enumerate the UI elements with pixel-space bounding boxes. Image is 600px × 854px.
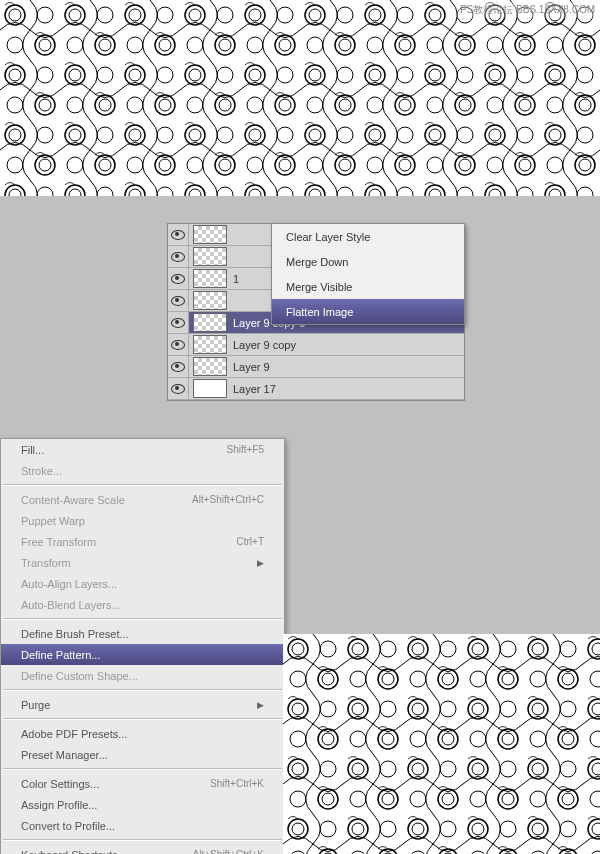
menu-separator — [3, 484, 282, 486]
menu-shortcut-label: Ctrl+T — [237, 536, 265, 547]
eye-icon — [171, 296, 185, 306]
menu-shortcut-label: Alt+Shift+Ctrl+C — [192, 494, 264, 505]
submenu-arrow-icon: ▶ — [257, 558, 264, 568]
menu-item-label: Free Transform — [21, 536, 237, 548]
edit-menu-item[interactable]: Convert to Profile... — [1, 815, 284, 836]
layer-name-label[interactable]: Layer 9 — [231, 361, 464, 373]
edit-menu-item: Puppet Warp — [1, 510, 284, 531]
pattern-preview-bottom — [283, 634, 600, 854]
menu-item-label: Auto-Blend Layers... — [21, 599, 264, 611]
menu-separator — [3, 768, 282, 770]
eye-icon — [171, 230, 185, 240]
menu-item-label: Define Custom Shape... — [21, 670, 264, 682]
menu-item-label: Auto-Align Layers... — [21, 578, 264, 590]
layer-thumbnail[interactable] — [193, 269, 227, 288]
layer-thumbnail[interactable] — [193, 379, 227, 398]
layer-row[interactable]: Layer 9 copy — [168, 334, 464, 356]
eye-icon — [171, 362, 185, 372]
visibility-toggle[interactable] — [168, 290, 189, 311]
edit-menu-item[interactable]: Color Settings...Shift+Ctrl+K — [1, 773, 284, 794]
menu-shortcut-label: Alt+Shift+Ctrl+K — [193, 849, 264, 854]
eye-icon — [171, 340, 185, 350]
layer-name-label[interactable]: Layer 9 copy — [231, 339, 464, 351]
visibility-toggle[interactable] — [168, 356, 189, 377]
context-menu-item[interactable]: Clear Layer Style — [272, 224, 464, 249]
submenu-arrow-icon: ▶ — [257, 700, 264, 710]
edit-menu-item: Define Custom Shape... — [1, 665, 284, 686]
menu-item-label: Adobe PDF Presets... — [21, 728, 264, 740]
menu-item-label: Content-Aware Scale — [21, 494, 192, 506]
layer-row[interactable]: Layer 17 — [168, 378, 464, 400]
context-menu-item[interactable]: Merge Down — [272, 249, 464, 274]
menu-shortcut-label: Shift+F5 — [226, 444, 264, 455]
menu-shortcut-label: Shift+Ctrl+K — [210, 778, 264, 789]
edit-menu-item: Auto-Align Layers... — [1, 573, 284, 594]
eye-icon — [171, 252, 185, 262]
visibility-toggle[interactable] — [168, 334, 189, 355]
menu-separator — [3, 839, 282, 841]
context-menu-item[interactable]: Merge Visible — [272, 274, 464, 299]
edit-menu-item[interactable]: Assign Profile... — [1, 794, 284, 815]
layer-thumbnail[interactable] — [193, 247, 227, 266]
menu-item-label: Preset Manager... — [21, 749, 264, 761]
menu-separator — [3, 618, 282, 620]
layer-thumbnail[interactable] — [193, 225, 227, 244]
visibility-toggle[interactable] — [168, 224, 189, 245]
watermark-text: PS教程论坛 BBS.16XX8.COM — [457, 2, 598, 18]
layer-thumbnail[interactable] — [193, 335, 227, 354]
eye-icon — [171, 274, 185, 284]
edit-menu-item[interactable]: Purge▶ — [1, 694, 284, 715]
menu-item-label: Stroke... — [21, 465, 264, 477]
edit-menu-item[interactable]: Keyboard Shortcuts...Alt+Shift+Ctrl+K — [1, 844, 284, 854]
visibility-toggle[interactable] — [168, 246, 189, 267]
menu-item-label: Fill... — [21, 444, 226, 456]
edit-menu: Fill...Shift+F5Stroke...Content-Aware Sc… — [0, 438, 285, 854]
visibility-toggle[interactable] — [168, 312, 189, 333]
svg-rect-8 — [283, 634, 600, 854]
menu-item-label: Transform — [21, 557, 257, 569]
pattern-preview-top — [0, 0, 600, 196]
menu-separator — [3, 689, 282, 691]
context-menu-item[interactable]: Flatten Image — [272, 299, 464, 324]
menu-item-label: Assign Profile... — [21, 799, 264, 811]
edit-menu-item: Stroke... — [1, 460, 284, 481]
layer-thumbnail[interactable] — [193, 291, 227, 310]
eye-icon — [171, 384, 185, 394]
layer-thumbnail[interactable] — [193, 357, 227, 376]
menu-item-label: Define Brush Preset... — [21, 628, 264, 640]
menu-item-label: Define Pattern... — [21, 649, 264, 661]
menu-item-label: Color Settings... — [21, 778, 210, 790]
edit-menu-item: Auto-Blend Layers... — [1, 594, 284, 615]
edit-menu-item: Content-Aware ScaleAlt+Shift+Ctrl+C — [1, 489, 284, 510]
menu-item-label: Puppet Warp — [21, 515, 264, 527]
edit-menu-item: Free TransformCtrl+T — [1, 531, 284, 552]
svg-rect-7 — [0, 0, 600, 196]
menu-item-label: Purge — [21, 699, 257, 711]
edit-menu-item[interactable]: Define Brush Preset... — [1, 623, 284, 644]
menu-item-label: Keyboard Shortcuts... — [21, 849, 193, 855]
edit-menu-item: Transform▶ — [1, 552, 284, 573]
menu-separator — [3, 718, 282, 720]
edit-menu-item[interactable]: Fill...Shift+F5 — [1, 439, 284, 460]
layer-row[interactable]: Layer 9 — [168, 356, 464, 378]
edit-menu-item[interactable]: Preset Manager... — [1, 744, 284, 765]
edit-menu-item[interactable]: Adobe PDF Presets... — [1, 723, 284, 744]
layer-context-menu: Clear Layer StyleMerge DownMerge Visible… — [271, 223, 465, 325]
layer-thumbnail[interactable] — [193, 313, 227, 332]
visibility-toggle[interactable] — [168, 378, 189, 399]
layer-name-label[interactable]: Layer 17 — [231, 383, 464, 395]
eye-icon — [171, 318, 185, 328]
menu-item-label: Convert to Profile... — [21, 820, 264, 832]
edit-menu-item[interactable]: Define Pattern... — [1, 644, 284, 665]
visibility-toggle[interactable] — [168, 268, 189, 289]
